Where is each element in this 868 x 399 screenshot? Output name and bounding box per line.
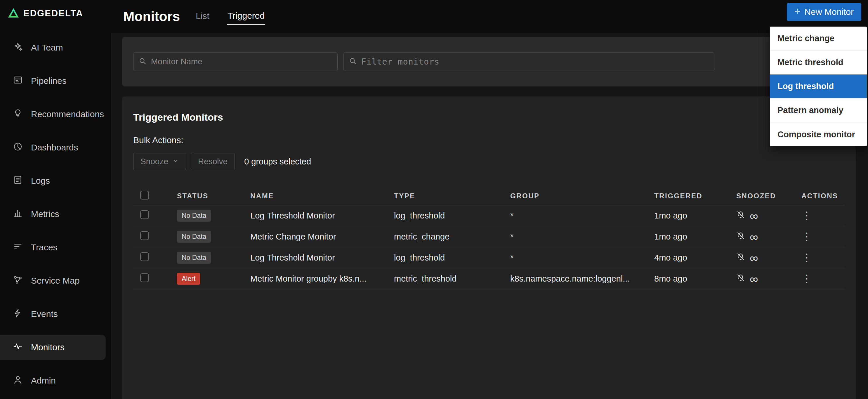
pipelines-icon [13, 75, 23, 87]
new-monitor-label: New Monitor [805, 7, 854, 17]
dashboard-icon [13, 142, 23, 154]
sidebar-item-pipelines[interactable]: Pipelines [0, 68, 106, 93]
snooze-button[interactable]: Snooze [133, 153, 186, 170]
sidebar-item-recommendations[interactable]: Recommendations [0, 102, 106, 127]
menu-item-log-threshold[interactable]: Log threshold [770, 74, 867, 98]
selection-count-text: 0 groups selected [244, 157, 311, 166]
sidebar-item-label: Metrics [31, 209, 59, 219]
section-title: Triggered Monitors [133, 112, 845, 123]
sidebar-item-service-map[interactable]: Service Map [0, 268, 106, 293]
filter-monitors-search [343, 52, 714, 71]
monitor-group: * [507, 253, 650, 263]
infinity-icon: ∞ [750, 252, 758, 264]
bulk-actions-label: Bulk Actions: [133, 135, 845, 145]
sidebar-item-label: Events [31, 309, 58, 319]
top-header: Monitors List Triggered [111, 0, 868, 33]
monitor-group: k8s.namespace.name:loggenl... [507, 274, 650, 284]
row-actions-menu[interactable]: ⋮ [801, 231, 812, 242]
network-icon [13, 275, 23, 287]
lightning-icon [13, 308, 23, 320]
filter-monitors-input[interactable] [361, 57, 709, 67]
monitor-group: * [507, 211, 650, 220]
triggered-time: 8mo ago [650, 274, 729, 284]
sidebar-item-admin[interactable]: Admin [0, 368, 106, 393]
sidebar: EDGEDELTA AI Team Pipelines Recommendati… [0, 0, 111, 399]
column-header-name: NAME [243, 192, 390, 200]
sidebar-item-logs[interactable]: Logs [0, 168, 106, 193]
monitors-table: STATUS NAME TYPE GROUP TRIGGERED SNOOZED… [133, 187, 845, 289]
new-monitor-button[interactable]: + New Monitor [787, 3, 861, 21]
tab-triggered[interactable]: Triggered [227, 8, 265, 25]
sidebar-nav: AI Team Pipelines Recommendations Dashbo… [0, 31, 111, 397]
table-body: No Data Log Threshold Monitor log_thresh… [133, 205, 845, 289]
sidebar-item-traces[interactable]: Traces [0, 235, 106, 260]
triggered-monitors-panel: Triggered Monitors Bulk Actions: Snooze … [122, 96, 856, 399]
column-header-actions: ACTIONS [793, 192, 845, 200]
edgedelta-triangle-icon [8, 8, 19, 19]
traces-icon [13, 242, 23, 253]
page-title: Monitors [123, 8, 180, 24]
sparkles-icon [13, 42, 23, 54]
column-header-snoozed: SNOOZED [729, 192, 793, 200]
row-checkbox[interactable] [140, 252, 149, 261]
sidebar-item-metrics[interactable]: Metrics [0, 202, 106, 227]
tab-list[interactable]: List [195, 8, 210, 25]
row-checkbox[interactable] [140, 231, 149, 240]
row-checkbox[interactable] [140, 210, 149, 219]
resolve-button[interactable]: Resolve [191, 153, 235, 170]
plus-icon: + [795, 6, 801, 17]
sidebar-item-monitors[interactable]: Monitors [0, 335, 106, 360]
table-row: No Data Log Threshold Monitor log_thresh… [133, 247, 845, 269]
triggered-time: 1mo ago [650, 232, 729, 242]
menu-item-metric-change[interactable]: Metric change [770, 27, 867, 51]
sidebar-item-events[interactable]: Events [0, 302, 106, 327]
sidebar-item-ai-team[interactable]: AI Team [0, 35, 106, 60]
bell-off-icon [736, 231, 745, 242]
triggered-time: 1mo ago [650, 211, 729, 220]
sidebar-item-label: Admin [31, 376, 56, 386]
row-checkbox[interactable] [140, 273, 149, 282]
menu-item-metric-threshold[interactable]: Metric threshold [770, 51, 867, 74]
select-all-checkbox[interactable] [140, 191, 149, 200]
monitor-name-link[interactable]: Metric Change Monitor [243, 232, 390, 242]
bulk-actions-row: Snooze Resolve 0 groups selected [133, 153, 845, 170]
table-row: Alert Metric Monitor groupby k8s.n... me… [133, 269, 845, 289]
monitor-type: metric_change [390, 232, 507, 242]
menu-item-composite-monitor[interactable]: Composite monitor [770, 122, 867, 146]
filter-panel [122, 37, 856, 87]
chevron-down-icon [172, 157, 179, 166]
infinity-icon: ∞ [750, 210, 758, 222]
bell-off-icon [736, 273, 745, 284]
row-actions-menu[interactable]: ⋮ [801, 251, 812, 264]
logs-icon [13, 175, 23, 187]
row-actions-menu[interactable]: ⋮ [801, 273, 812, 284]
view-tabs: List Triggered [195, 8, 265, 25]
monitor-name-link[interactable]: Log Threshold Monitor [243, 253, 390, 263]
monitor-type: log_threshold [390, 253, 507, 263]
monitor-name-link[interactable]: Log Threshold Monitor [243, 211, 390, 220]
lightbulb-icon [13, 109, 23, 120]
search-icon [139, 57, 146, 66]
sidebar-item-dashboards[interactable]: Dashboards [0, 135, 106, 160]
monitor-name-input[interactable] [151, 57, 332, 66]
sidebar-item-label: Service Map [31, 276, 80, 286]
monitor-name-link[interactable]: Metric Monitor groupby k8s.n... [243, 274, 390, 284]
monitor-name-search [133, 52, 338, 71]
status-badge: No Data [177, 252, 211, 264]
sidebar-item-label: Logs [31, 176, 50, 186]
bell-off-icon [736, 210, 745, 221]
sidebar-item-label: Recommendations [31, 109, 104, 119]
menu-item-pattern-anomaly[interactable]: Pattern anomaly [770, 98, 867, 122]
row-actions-menu[interactable]: ⋮ [801, 209, 812, 221]
new-monitor-menu: Metric change Metric threshold Log thres… [770, 27, 867, 146]
resolve-label: Resolve [198, 157, 227, 166]
status-badge: Alert [177, 273, 200, 285]
table-row: No Data Metric Change Monitor metric_cha… [133, 226, 845, 247]
sidebar-item-label: Pipelines [31, 76, 67, 86]
pulse-icon [13, 341, 23, 354]
table-row: No Data Log Threshold Monitor log_thresh… [133, 205, 845, 226]
status-badge: No Data [177, 231, 211, 243]
column-header-triggered: TRIGGERED [650, 192, 729, 200]
edgedelta-logo: EDGEDELTA [0, 0, 111, 19]
infinity-icon: ∞ [750, 273, 758, 285]
